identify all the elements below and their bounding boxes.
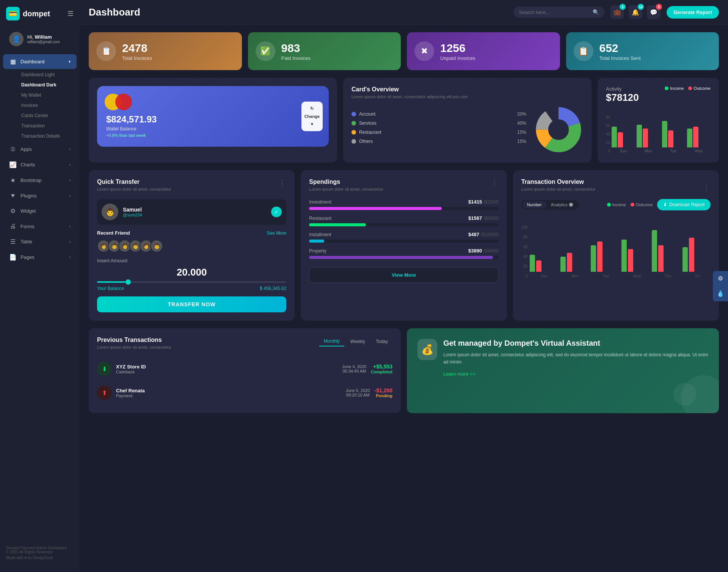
submenu-my-wallet[interactable]: My Wallet — [15, 90, 77, 100]
tx-type-2: Payment — [116, 393, 341, 398]
spending-row-restaurant: Restaurant $1567 /$5000 — [309, 215, 498, 221]
spendings-title: Spendings — [309, 179, 383, 185]
progress-bar-property — [309, 256, 498, 259]
sidebar-item-bootstrap[interactable]: ★ Bootstrap › — [3, 173, 77, 188]
widget-icon: ⚙ — [9, 207, 17, 215]
sidebar-item-dashboard[interactable]: ▦ Dashboard ▾ — [3, 54, 77, 69]
legend-dot-others — [351, 139, 356, 144]
legend-pct-services: 40% — [517, 121, 526, 126]
toggle-number[interactable]: Number — [522, 201, 546, 208]
topbar-icons: 💼 2 🔔 12 💬 5 — [610, 5, 661, 19]
spending-name-restaurant: Restaurant — [309, 216, 331, 221]
to-title-wrap: Transaction Overview Lorem ipsum dolor s… — [521, 179, 596, 197]
cards-overview-section: Card's Overview Lorem ipsum dolor sit am… — [343, 78, 592, 163]
label-mon: Mon — [645, 149, 652, 153]
bell-badge: 12 — [638, 4, 644, 10]
submenu-dashboard-dark[interactable]: Dashboard Dark — [15, 80, 77, 90]
pt-title-wrap: Previous Transactions Lorem ipsum dolor … — [97, 337, 171, 356]
float-water-button[interactable]: 💧 — [713, 286, 728, 301]
message-badge: 5 — [656, 4, 662, 10]
sidebar-item-plugins[interactable]: ♥ Plugins › — [3, 188, 77, 203]
sidebar-item-table[interactable]: ☰ Table › — [3, 234, 77, 249]
learn-more-link[interactable]: Learn more >> — [443, 371, 475, 377]
person-row: 👨 Samuel @sum224 ✓ — [97, 199, 286, 225]
bar-outcome-tue — [668, 130, 673, 147]
to-y-axis: 100 80 60 40 20 0 — [521, 225, 528, 278]
see-all-link[interactable]: See More — [267, 230, 286, 236]
wallet-cards-section: ↻ Change ▾ $824,571.93 Wallet Balance +0… — [89, 78, 592, 163]
mini-avatar-6[interactable]: 👨 — [150, 240, 163, 252]
logo-text: dompet — [23, 9, 50, 18]
sidebar-item-charts[interactable]: 📈 Charts › — [3, 157, 77, 172]
person-avatar: 👨 — [102, 204, 118, 220]
sidebar-item-label: Apps — [20, 146, 66, 152]
legend-label-restaurant: Restaurant — [359, 130, 381, 135]
legend-label-services: Services — [359, 121, 377, 126]
generate-report-button[interactable]: Generate Report — [667, 6, 719, 19]
stat-label-sent: Total Invoices Sent — [599, 55, 641, 61]
spendings-header: Spendings Lorem ipsum dolor sit amet, co… — [309, 179, 498, 197]
transfer-now-button[interactable]: TRANSFER NOW — [97, 296, 286, 312]
bar-outcome-wed — [693, 127, 698, 147]
to-outcome-wed — [628, 249, 633, 272]
person-info: Samuel @sum224 — [123, 207, 142, 217]
submenu-transaction-details[interactable]: Transaction Details — [15, 131, 77, 141]
to-bar-labels: Sun Mon Tue Wed Thu Fri — [530, 274, 711, 278]
slider-thumb[interactable] — [126, 279, 131, 285]
sidebar-item-pages[interactable]: 📄 Pages › — [3, 250, 77, 265]
va-title: Get managed by Dompet's Virtual Assistan… — [443, 339, 708, 348]
submenu-transaction[interactable]: Transaction — [15, 121, 77, 131]
table-row: ⬆ Chef Renata Payment June 5, 2020 08:20… — [97, 381, 392, 405]
briefcase-button[interactable]: 💼 2 — [610, 5, 624, 19]
change-button[interactable]: ↻ Change ▾ — [301, 102, 323, 131]
circle-red — [115, 94, 132, 110]
donut-chart — [534, 105, 583, 154]
svg-point-4 — [548, 119, 569, 140]
sidebar-item-label: Bootstrap — [20, 177, 66, 183]
topbar: Dashboard 🔍 💼 2 🔔 12 💬 5 Generate Report — [80, 0, 728, 25]
progress-bar-investment — [309, 207, 498, 210]
tx-date-text-1: June 4, 2020 — [342, 364, 367, 369]
tab-monthly[interactable]: Monthly — [319, 337, 344, 346]
quick-transfer-section: Quick Transfer Lorem ipsum dolor sit ame… — [89, 170, 295, 321]
bar-income-tue — [662, 121, 667, 147]
submenu-dashboard-light[interactable]: Dashboard Light — [15, 70, 77, 80]
search-input[interactable] — [519, 9, 590, 15]
to-label-wed: Wed — [633, 274, 641, 278]
download-report-button[interactable]: ⬇ Download Report — [657, 199, 711, 210]
tx-date-1: June 4, 2020 05:34:45 AM — [342, 364, 367, 373]
legend-item-services: Services 40% — [351, 121, 526, 126]
message-button[interactable]: 💬 5 — [647, 5, 661, 19]
analytics-dot — [569, 203, 573, 207]
submenu-invoices[interactable]: Invoices — [15, 100, 77, 110]
toggle-analytics[interactable]: Analytics — [546, 201, 577, 208]
spendings-dots-menu[interactable]: ⋮ — [491, 179, 499, 187]
dots-menu-icon[interactable]: ⋮ — [279, 179, 286, 187]
briefcase-badge: 2 — [620, 4, 626, 10]
sidebar-item-apps[interactable]: ① Apps › — [3, 142, 77, 157]
tab-weekly[interactable]: Weekly — [346, 337, 370, 346]
va-content: 💰 Get managed by Dompet's Virtual Assist… — [417, 339, 708, 377]
page-title: Dashboard — [89, 6, 140, 18]
to-bar-wed — [621, 240, 650, 272]
bell-button[interactable]: 🔔 12 — [629, 5, 642, 19]
submenu-cards-center[interactable]: Cards Center — [15, 111, 77, 121]
to-outcome-thu — [658, 245, 664, 272]
view-more-button[interactable]: View More — [309, 267, 498, 283]
tx-date-2: June 5, 2020 08:20:10 AM — [346, 388, 370, 397]
va-bg-shape2 — [673, 383, 696, 406]
main-content: Dashboard 🔍 💼 2 🔔 12 💬 5 Generate Report — [80, 0, 728, 572]
hamburger-icon[interactable]: ☰ — [67, 9, 74, 18]
to-dots-menu[interactable]: ⋮ — [703, 184, 711, 192]
spending-investment: Investment $1415 /$2000 — [309, 199, 498, 210]
sidebar-item-widget[interactable]: ⚙ Widget — [3, 204, 77, 218]
activity-bars: Sun Mon Tue Wed — [612, 105, 711, 153]
float-settings-button[interactable]: ⚙ — [713, 271, 728, 286]
sidebar: 💳 dompet ☰ 👤 Hi, William william@gmail.c… — [0, 0, 80, 572]
footer-line2: © 2021 All Rights Reserved — [6, 550, 74, 554]
legend-dot-restaurant — [351, 130, 356, 135]
pt-subtitle: Lorem ipsum dolor sit amet, consectetur — [97, 345, 171, 349]
stat-info-total: 2478 Total Invoices — [122, 42, 152, 61]
sidebar-item-forms[interactable]: 🖨 Forms › — [3, 219, 77, 234]
tab-today[interactable]: Today — [371, 337, 392, 346]
